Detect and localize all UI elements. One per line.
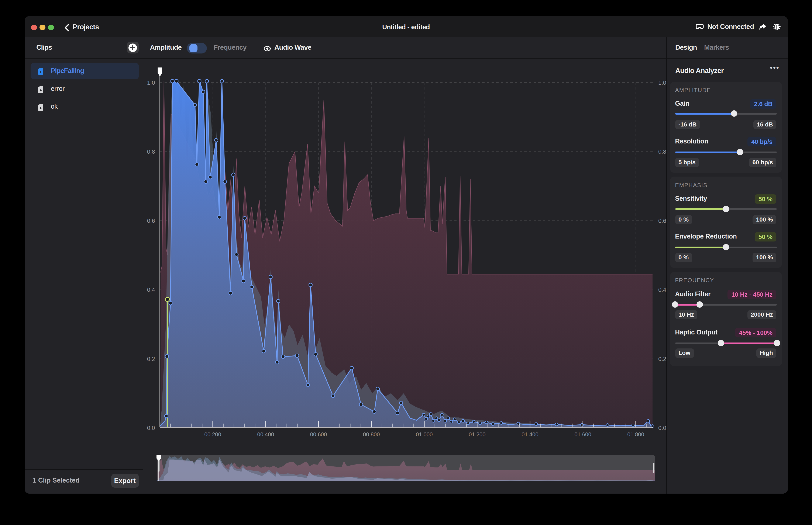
svg-text:0.8: 0.8 [658,148,666,155]
svg-text:0.8: 0.8 [147,148,155,155]
svg-text:0.2: 0.2 [147,356,155,362]
svg-text:1.0: 1.0 [147,79,155,86]
svg-text:01.800: 01.800 [627,431,644,437]
svg-text:01.200: 01.200 [469,431,485,437]
svg-text:01.000: 01.000 [416,431,432,437]
svg-text:0.2: 0.2 [658,356,666,362]
svg-text:0.4: 0.4 [147,286,155,293]
svg-text:00.200: 00.200 [204,431,221,437]
svg-text:00.400: 00.400 [257,431,274,437]
svg-text:0.0: 0.0 [658,425,666,431]
svg-text:00.600: 00.600 [310,431,327,437]
svg-text:0.0: 0.0 [147,425,155,431]
svg-text:0.4: 0.4 [658,286,666,293]
svg-text:01.600: 01.600 [574,431,591,437]
svg-text:0.6: 0.6 [658,217,666,224]
svg-text:00.800: 00.800 [363,431,380,437]
svg-text:1.0: 1.0 [658,79,666,86]
svg-text:0.6: 0.6 [147,217,155,224]
svg-text:01.400: 01.400 [521,431,538,437]
